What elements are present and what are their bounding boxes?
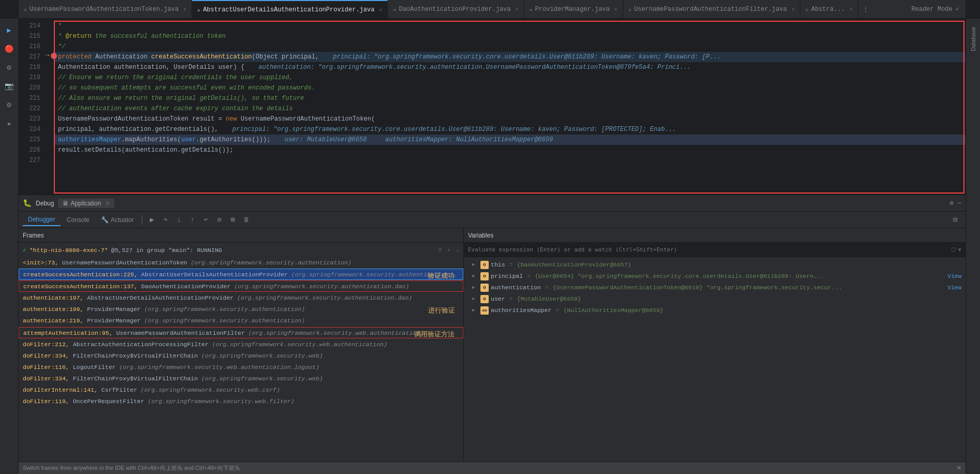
breakpoint-icon[interactable]: 🔴 bbox=[2, 41, 17, 56]
frame-item-9[interactable]: doFilter:116, LogoutFilter (org.springfr… bbox=[19, 362, 463, 373]
var-this-icon: o bbox=[480, 261, 489, 269]
code-line-224: principal, authentication.getCredentials… bbox=[55, 124, 966, 135]
left-sidebar: ▶ 🔴 ⚙ 📷 ⚙ ★ bbox=[0, 19, 19, 474]
status-bar: Switch frames from anywhere in the IDE w… bbox=[19, 462, 966, 474]
debug-settings-icon[interactable]: ⚙ bbox=[950, 199, 954, 207]
frame-item-10[interactable]: doFilter:334, FilterChainProxy$VirtualFi… bbox=[19, 373, 463, 384]
var-am-expander[interactable]: ▶ bbox=[472, 305, 478, 316]
ln-214: 214 bbox=[19, 21, 40, 31]
gear-icon[interactable]: ⚙ bbox=[2, 97, 17, 112]
tab-filter[interactable]: ☕ UsernamePasswordAuthenticationFilter.j… bbox=[623, 0, 800, 18]
var-auth-expander[interactable]: ▶ bbox=[472, 282, 478, 293]
var-authentication[interactable]: ▶ o authentication = {UsernamePasswordAu… bbox=[464, 282, 966, 293]
var-this-value: {DaoAuthenticationProvider@6657} bbox=[517, 259, 961, 271]
status-close-icon[interactable]: ✕ bbox=[957, 465, 961, 471]
frame-item-12[interactable]: doFilter:119, OncePerRequestFilter (org.… bbox=[19, 396, 463, 407]
code-line-223: UsernamePasswordAuthenticationToken resu… bbox=[55, 114, 966, 124]
ln-218: 218 bbox=[19, 62, 40, 72]
frame-item-5[interactable]: authenticate:219, ProviderManager (org.s… bbox=[19, 315, 463, 327]
ln-215: 215 bbox=[19, 31, 40, 41]
actuator-tab[interactable]: 🔧 Actuator bbox=[96, 214, 139, 226]
frame-item-0[interactable]: <init>:73, UsernamePasswordAuthenticatio… bbox=[19, 257, 463, 269]
ln-220: 220 bbox=[19, 83, 40, 93]
debug-app-tab[interactable]: 🖥 Application ✕ bbox=[58, 199, 114, 208]
debug-arrow: → bbox=[46, 52, 49, 59]
stop-btn[interactable]: ⊘ bbox=[213, 214, 225, 226]
frame-item-4[interactable]: authenticate:199, ProviderManager (org.s… bbox=[19, 304, 463, 315]
debug-icon[interactable]: ▶ bbox=[2, 23, 17, 37]
debugger-tab[interactable]: Debugger bbox=[23, 214, 61, 226]
right-sidebar: Database bbox=[966, 19, 980, 474]
tab-username-token[interactable]: ☕ UsernamePasswordAuthenticationToken.ja… bbox=[19, 0, 192, 18]
settings-toolbar-btn[interactable]: ≣ bbox=[240, 214, 252, 226]
camera-icon[interactable]: 📷 bbox=[2, 79, 17, 93]
debug-app-label: Application bbox=[70, 200, 101, 207]
mute-btn[interactable]: ⊞ bbox=[226, 214, 239, 226]
tab-dao-provider[interactable]: ☕ DaoAuthenticationProvider.java ✕ bbox=[388, 0, 524, 18]
database-label[interactable]: Database bbox=[968, 23, 978, 55]
var-auth-view[interactable]: View bbox=[948, 282, 961, 293]
var-principal-view[interactable]: View bbox=[948, 271, 961, 282]
var-principal-icon: o bbox=[480, 272, 489, 280]
var-this[interactable]: ▶ o this = {DaoAuthenticationProvider@66… bbox=[464, 259, 966, 271]
frame-item-8[interactable]: doFilter:334, FilterChainProxy$VirtualFi… bbox=[19, 350, 463, 362]
var-principal-value: {User@6654} "org.springframework.securit… bbox=[535, 271, 944, 282]
code-line-219: // Ensure we return the original credent… bbox=[55, 72, 966, 83]
code-content: * * @return the successful authenticatio… bbox=[55, 19, 966, 195]
reader-mode: Reader Mode ✓ bbox=[912, 5, 966, 13]
content-area: ☕ UsernamePasswordAuthenticationToken.ja… bbox=[19, 0, 966, 474]
tab-abstra[interactable]: ☕ Abstra... ✕ bbox=[800, 0, 858, 18]
debug-minimize-icon[interactable]: — bbox=[958, 200, 961, 207]
frame-item-1[interactable]: createSuccessAuthentication:225, Abstrac… bbox=[19, 269, 463, 280]
run-to-cursor-btn[interactable]: ↶ bbox=[199, 214, 212, 226]
eval-expand-icon[interactable]: ⬡ bbox=[951, 246, 956, 253]
frame-item-11[interactable]: doFilterInternal:141, CsrfFilter (org.sp… bbox=[19, 384, 463, 396]
settings-icon[interactable]: ⚙ bbox=[2, 60, 17, 75]
thread-filter-icon[interactable]: ▽ bbox=[438, 246, 442, 254]
debug-app-close[interactable]: ✕ bbox=[105, 200, 110, 207]
restore-layout-btn[interactable]: ⊟ bbox=[949, 214, 961, 226]
frames-panel: Frames ✓ *http-nio-8080-exec-7* @5,527 i… bbox=[19, 228, 464, 462]
pin-icon[interactable]: ★ bbox=[2, 116, 17, 130]
annotation-verify-success: 验证成功 bbox=[425, 269, 458, 280]
eval-bar[interactable]: ⬡ ▾ bbox=[464, 243, 966, 257]
var-this-expander[interactable]: ▶ bbox=[472, 259, 478, 271]
step-out-btn[interactable]: ↑ bbox=[186, 214, 198, 226]
frame-item-6[interactable]: attemptAuthentication:95, UsernamePasswo… bbox=[19, 327, 463, 338]
var-authorities-mapper[interactable]: ▶ oo authoritiesMapper = {NullAuthoritie… bbox=[464, 305, 966, 316]
thread-add-icon[interactable]: + bbox=[447, 247, 450, 254]
frame-item-3[interactable]: authenticate:197, AbstractUserDetailsAut… bbox=[19, 292, 463, 304]
tab-abstract-provider[interactable]: ☕ AbstractUserDetailsAuthenticationProvi… bbox=[192, 0, 388, 18]
var-user[interactable]: ▶ o user = {MutableUser@6658} bbox=[464, 293, 966, 305]
step-into-btn[interactable]: ↓ bbox=[172, 214, 185, 226]
var-principal[interactable]: ▶ o principal = {User@6654} "org.springf… bbox=[464, 271, 966, 282]
tab-close-1[interactable]: ✕ bbox=[183, 6, 186, 12]
tab-provider-manager[interactable]: ☕ ProviderManager.java ✕ bbox=[524, 0, 623, 18]
annotation-verify: 进行验证 bbox=[425, 304, 458, 315]
tab-close-4[interactable]: ✕ bbox=[615, 6, 618, 12]
code-line-220: // so subsequent attempts are successful… bbox=[55, 83, 966, 93]
step-over-btn[interactable]: ↷ bbox=[159, 214, 171, 226]
var-principal-expander[interactable]: ▶ bbox=[472, 271, 478, 282]
var-am-name: authoritiesMapper bbox=[491, 305, 551, 316]
var-auth-icon: o bbox=[480, 284, 489, 292]
tab-close-5[interactable]: ✕ bbox=[792, 6, 795, 12]
var-user-expander[interactable]: ▶ bbox=[472, 293, 478, 305]
tab-label-6: Abstra... bbox=[811, 6, 845, 13]
tab-close-3[interactable]: ✕ bbox=[516, 6, 519, 12]
console-tab[interactable]: Console bbox=[62, 214, 95, 226]
eval-input[interactable] bbox=[468, 246, 951, 253]
eval-dropdown-icon[interactable]: ▾ bbox=[958, 246, 961, 253]
ln-225: 225 bbox=[19, 135, 40, 145]
tab-close-2[interactable]: ✕ bbox=[379, 7, 382, 13]
variables-list: ▶ o this = {DaoAuthenticationProvider@66… bbox=[464, 257, 966, 462]
frame-item-7[interactable]: doFilter:212, AbstractAuthenticationProc… bbox=[19, 339, 463, 350]
thread-check-icon: ✓ bbox=[23, 246, 26, 254]
tab-overflow[interactable]: ⋮ bbox=[858, 5, 873, 13]
frames-header: Frames bbox=[19, 228, 463, 243]
debug-title-bar: 🐛 Debug 🖥 Application ✕ ⚙ — bbox=[19, 195, 966, 212]
resume-btn[interactable]: ▶ bbox=[145, 214, 158, 226]
thread-subtract-icon[interactable]: — bbox=[456, 247, 459, 254]
frame-item-2[interactable]: createSuccessAuthentication:137, DaoAuth… bbox=[19, 280, 463, 292]
tab-close-6[interactable]: ✕ bbox=[850, 6, 853, 12]
